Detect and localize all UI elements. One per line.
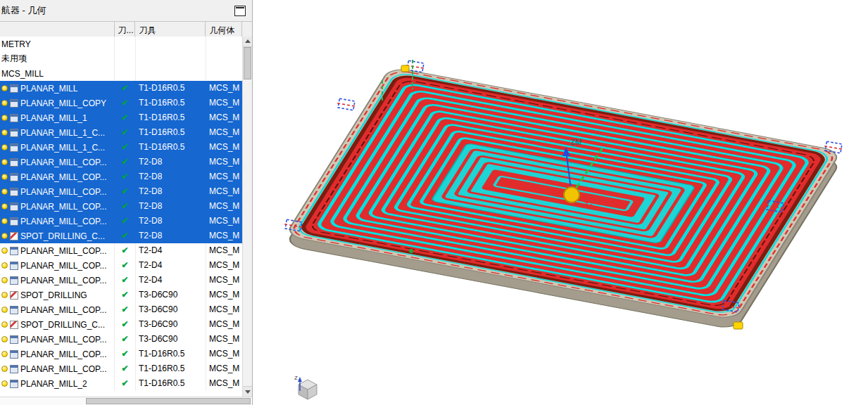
table-row[interactable]: PLANAR_MILL_COP... ✔ T2-D8 MCS_M: [0, 169, 243, 184]
toolpath-cell: ✔: [115, 169, 136, 184]
column-header-toolpath[interactable]: 刀...: [115, 22, 136, 37]
tool-cell: [136, 51, 206, 66]
check-icon: ✔: [121, 216, 128, 226]
name-cell: PLANAR_MILL_COP...: [0, 347, 115, 361]
table-row[interactable]: MCS_MILL: [0, 66, 243, 81]
operation-name: SPOT_DRILLING_C...: [20, 231, 105, 241]
lightbulb-icon: [1, 380, 8, 387]
table-row[interactable]: PLANAR_MILL_COP... ✔ T3-D6C90 MCS_M: [0, 332, 243, 347]
table-row[interactable]: PLANAR_MILL_COP... ✔ T2-D4 MCS_M: [0, 243, 243, 258]
triad-z-label: Z: [294, 375, 298, 381]
tool-cell: T1-D16R0.5: [136, 125, 206, 140]
operation-name: PLANAR_MILL_COP...: [20, 202, 107, 212]
check-icon: ✔: [121, 319, 128, 329]
table-row[interactable]: PLANAR_MILL_COP... ✔ T2-D8 MCS_M: [0, 155, 243, 169]
check-icon: ✔: [121, 364, 128, 373]
table-row[interactable]: PLANAR_MILL_COPY ✔ T1-D16R0.5 MCS_M: [0, 96, 243, 110]
check-icon: ✔: [121, 157, 128, 167]
tool-cell: T1-D16R0.5: [136, 110, 206, 125]
table-row[interactable]: 未用项: [0, 51, 243, 66]
toolpath-cell: ✔: [115, 332, 136, 347]
toolpath-cell: ✔: [115, 214, 136, 229]
column-header-tool[interactable]: 刀具: [135, 22, 206, 37]
highlight-pad: [734, 322, 743, 329]
check-icon: ✔: [121, 245, 128, 255]
name-cell: METRY: [0, 37, 115, 51]
vertical-scrollbar-thumb[interactable]: [244, 47, 251, 79]
operation-name: PLANAR_MILL_COPY: [20, 98, 106, 108]
table-row[interactable]: PLANAR_MILL_COP... ✔ T2-D8 MCS_M: [0, 199, 243, 214]
table-row[interactable]: PLANAR_MILL_COP... ✔ T2-D8 MCS_M: [0, 184, 243, 199]
tool-cell: T2-D8: [136, 184, 206, 199]
geometry-cell: [206, 66, 243, 81]
operation-name: PLANAR_MILL_COP...: [20, 187, 107, 197]
operation-name: PLANAR_MILL: [20, 84, 77, 94]
tool-cell: T1-D16R0.5: [136, 140, 206, 155]
toolpath-cell: ✔: [115, 155, 136, 169]
name-cell: SPOT_DRILLING: [0, 288, 115, 302]
operation-icon: [10, 99, 18, 108]
tool-cell: T1-D16R0.5: [136, 347, 206, 361]
operation-name: PLANAR_MILL_COP...: [20, 217, 107, 226]
table-row[interactable]: METRY: [0, 37, 243, 51]
lightbulb-icon: [1, 351, 8, 357]
toolpath-cell: [115, 66, 136, 81]
table-row[interactable]: PLANAR_MILL_COP... ✔ T2-D4 MCS_M: [0, 273, 243, 288]
geometry-cell: MCS_M: [206, 332, 243, 347]
tool-cell: T1-D16R0.5: [136, 96, 206, 110]
table-row[interactable]: PLANAR_MILL ✔ T1-D16R0.5 MCS_M: [0, 81, 243, 96]
table-row[interactable]: PLANAR_MILL_1 ✔ T1-D16R0.5 MCS_M: [0, 110, 243, 125]
tool-cell: T3-D6C90: [136, 302, 206, 317]
operation-icon: [10, 306, 18, 314]
horizontal-scrollbar[interactable]: [0, 397, 252, 405]
scroll-up-arrow-icon[interactable]: [243, 37, 252, 47]
check-icon: ✔: [121, 142, 128, 152]
table-row[interactable]: SPOT_DRILLING_C... ✔ T2-D8 MCS_M: [0, 229, 243, 243]
table-row[interactable]: PLANAR_MILL_COP... ✔ T2-D8 MCS_M: [0, 214, 243, 229]
table-row[interactable]: PLANAR_MILL_COP... ✔ T2-D4 MCS_M: [0, 258, 243, 273]
geometry-cell: MCS_M: [206, 199, 243, 214]
lightbulb-icon: [1, 321, 8, 328]
table-row[interactable]: PLANAR_MILL_2 ✔ T1-D16R0.5 MCS_M: [0, 376, 243, 391]
column-header-name[interactable]: [0, 22, 115, 37]
table-row[interactable]: SPOT_DRILLING_C... ✔ T3-D6C90 MCS_M: [0, 317, 243, 332]
scroll-down-arrow-icon[interactable]: [243, 386, 252, 397]
table-row[interactable]: PLANAR_MILL_1_C... ✔ T1-D16R0.5 MCS_M: [0, 140, 243, 155]
lightbulb-icon: [1, 115, 8, 121]
table-row[interactable]: PLANAR_MILL_COP... ✔ T3-D6C90 MCS_M: [0, 302, 243, 317]
operation-name: PLANAR_MILL_1_C...: [20, 128, 105, 138]
name-cell: PLANAR_MILL_COP...: [0, 155, 115, 169]
tool-cell: T1-D16R0.5: [136, 376, 206, 391]
table-row[interactable]: PLANAR_MILL_1_C... ✔ T1-D16R0.5 MCS_M: [0, 125, 243, 140]
lightbulb-icon: [1, 336, 8, 342]
viewport-3d[interactable]: ZM Z: [253, 0, 868, 405]
operation-name: PLANAR_MILL_COP...: [20, 158, 107, 167]
geometry-cell: MCS_M: [206, 376, 243, 391]
name-cell: SPOT_DRILLING_C...: [0, 229, 115, 243]
check-icon: ✔: [121, 98, 128, 108]
name-cell: SPOT_DRILLING_C...: [0, 317, 115, 332]
tool-cell: T3-D6C90: [136, 332, 206, 347]
operation-name: METRY: [1, 39, 31, 49]
name-cell: PLANAR_MILL_COP...: [0, 273, 115, 288]
tool-cell: T2-D8: [136, 214, 206, 229]
vertical-scrollbar[interactable]: [242, 37, 252, 397]
horizontal-scrollbar-thumb[interactable]: [86, 398, 251, 404]
table-row[interactable]: PLANAR_MILL_COP... ✔ T1-D16R0.5 MCS_M: [0, 361, 243, 376]
name-cell: PLANAR_MILL_COP...: [0, 184, 115, 199]
operation-name: 未用项: [1, 53, 27, 65]
view-orientation-cube[interactable]: Z: [294, 375, 317, 399]
operation-name: PLANAR_MILL_1_C...: [20, 143, 105, 153]
table-row[interactable]: SPOT_DRILLING ✔ T3-D6C90 MCS_M: [0, 288, 243, 302]
name-cell: PLANAR_MILL_COPY: [0, 96, 115, 110]
geometry-cell: MCS_M: [206, 184, 243, 199]
operation-name: PLANAR_MILL_COP...: [20, 305, 107, 315]
operation-name: MCS_MILL: [1, 69, 44, 79]
operation-icon: [10, 188, 18, 196]
restore-button[interactable]: [234, 6, 246, 16]
name-cell: PLANAR_MILL_1_C...: [0, 125, 115, 140]
table-row[interactable]: PLANAR_MILL_COP... ✔ T1-D16R0.5 MCS_M: [0, 347, 243, 361]
column-header-geometry[interactable]: 几何体: [206, 22, 242, 37]
geometry-cell: MCS_M: [206, 125, 243, 140]
geometry-cell: [206, 51, 243, 66]
